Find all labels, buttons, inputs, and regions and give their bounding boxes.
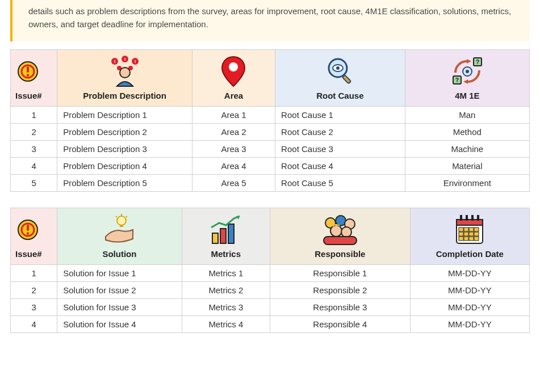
col2-responsible: Responsible [270,208,410,264]
cell-4m1e: Method [405,123,529,140]
svg-point-16 [336,66,340,70]
svg-rect-58 [474,232,479,236]
svg-rect-34 [120,225,123,227]
svg-rect-55 [459,232,463,236]
cell-completion: MM-DD-YY [410,298,529,315]
svg-line-32 [116,216,117,217]
table-row: 1Solution for Issue 1Metrics 1Responsibl… [11,264,530,281]
cell-issue-number: 1 [11,106,57,123]
svg-rect-56 [464,232,468,236]
col-issue-label: Issue# [15,91,42,100]
col2-metrics-label: Metrics [211,249,241,259]
cell-problem: Problem Description 4 [57,157,192,174]
person-alerts-icon: ! ! ! [107,56,143,87]
svg-line-33 [126,216,127,217]
svg-rect-17 [342,75,351,84]
intro-text: details such as problem descriptions fro… [28,6,511,29]
svg-rect-59 [459,237,463,241]
col-root-label: Root Cause [316,91,363,100]
col-root-cause: Root Cause [275,49,405,106]
col2-solution: Solution [57,208,182,264]
cell-4m1e: Man [405,106,529,123]
cell-4m1e: Environment [405,174,529,191]
cell-area: Area 4 [192,157,275,174]
svg-rect-62 [474,237,479,241]
svg-point-21 [466,70,469,73]
svg-point-30 [117,216,126,225]
alert-icon [16,218,39,241]
cell-metrics: Metrics 2 [182,281,270,298]
cell-root-cause: Root Cause 2 [275,123,405,140]
cell-root-cause: Root Cause 1 [275,106,405,123]
svg-marker-18 [467,59,471,64]
col-area-label: Area [224,91,243,100]
svg-rect-52 [464,227,468,231]
col-problem-description: ! ! ! Problem Description [57,49,192,106]
cell-responsible: Responsible 2 [270,281,410,298]
cell-solution: Solution for Issue 2 [57,281,182,298]
svg-rect-35 [212,233,218,243]
cell-issue-number: 4 [11,157,57,174]
actions-table: Issue# [10,208,530,333]
col-issue-number: Issue# [11,49,57,106]
cell-solution: Solution for Issue 4 [57,315,182,332]
location-pin-icon [221,56,246,87]
svg-rect-61 [469,237,474,241]
col2-completion-date: Completion Date [410,208,529,264]
calendar-icon [454,214,485,246]
svg-point-43 [341,227,351,237]
svg-rect-44 [324,237,357,245]
svg-text:!: ! [114,59,115,64]
svg-rect-57 [469,232,474,236]
svg-text:?: ? [476,59,479,65]
team-icon [320,214,360,246]
svg-rect-48 [466,215,468,221]
svg-rect-47 [460,215,462,221]
table-row: 1Problem Description 1Area 1Root Cause 1… [11,106,530,123]
svg-rect-53 [469,227,474,231]
col-4m1e-label: 4M 1E [455,91,479,100]
svg-point-12 [120,68,130,78]
cell-issue-number: 2 [11,123,57,140]
table-row: 5Problem Description 5Area 5Root Cause 5… [11,174,530,191]
alert-icon [16,60,39,83]
col2-issue-label: Issue# [15,249,42,259]
cell-area: Area 2 [192,123,275,140]
cell-area: Area 1 [192,106,275,123]
svg-text:!: ! [134,59,136,64]
svg-point-29 [27,232,29,234]
cell-4m1e: Machine [405,140,529,157]
cell-problem: Problem Description 1 [57,106,192,123]
cell-problem: Problem Description 3 [57,140,192,157]
table-row: 3Problem Description 3Area 3Root Cause 3… [11,140,530,157]
cell-issue-number: 5 [11,174,57,191]
cell-completion: MM-DD-YY [410,281,529,298]
col-problem-label: Problem Description [83,91,166,100]
table-row: 4Problem Description 4Area 4Root Cause 4… [11,157,530,174]
cell-responsible: Responsible 1 [270,264,410,281]
issues-table-header-row: Issue# ! ! ! [11,49,530,106]
svg-marker-19 [463,79,468,84]
cell-issue-number: 3 [11,140,57,157]
cell-4m1e: Material [405,157,529,174]
intro-banner: details such as problem descriptions fro… [10,0,530,41]
svg-rect-54 [474,227,479,231]
col2-solution-label: Solution [102,249,136,259]
cell-issue-number: 2 [11,281,57,298]
col2-responsible-label: Responsible [315,249,365,259]
cell-responsible: Responsible 4 [270,315,410,332]
cell-root-cause: Root Cause 4 [275,157,405,174]
cell-area: Area 3 [192,140,275,157]
svg-rect-49 [471,215,474,221]
cell-metrics: Metrics 4 [182,315,270,332]
cell-issue-number: 4 [11,315,57,332]
svg-point-42 [330,225,342,237]
svg-rect-51 [459,227,463,231]
cell-issue-number: 1 [11,264,57,281]
svg-rect-36 [220,229,226,243]
table-row: 4Solution for Issue 4Metrics 4Responsibl… [11,315,530,332]
cell-metrics: Metrics 3 [182,298,270,315]
cell-issue-number: 3 [11,298,57,315]
svg-text:!: ! [124,57,125,62]
svg-rect-60 [464,237,468,241]
